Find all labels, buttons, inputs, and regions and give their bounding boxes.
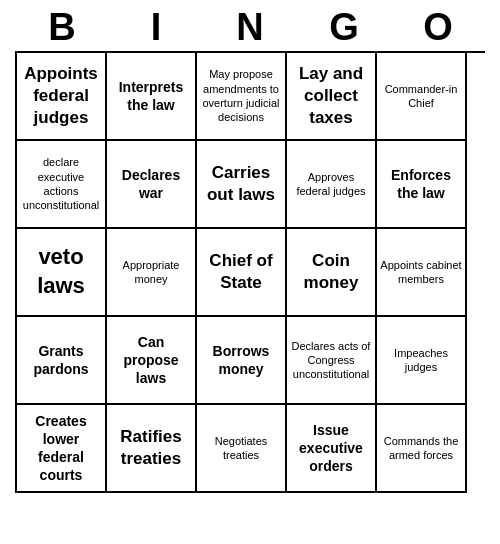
bingo-cell-3: Lay and collect taxes — [287, 53, 377, 141]
bingo-cell-9: Enforces the law — [377, 141, 467, 229]
bingo-cell-24: Commands the armed forces — [377, 405, 467, 493]
header-letter-G: G — [299, 6, 389, 49]
header-letter-N: N — [205, 6, 295, 49]
header-letter-I: I — [111, 6, 201, 49]
bingo-cell-21: Ratifies treaties — [107, 405, 197, 493]
bingo-cell-8: Approves federal judges — [287, 141, 377, 229]
bingo-cell-1: Interprets the law — [107, 53, 197, 141]
header-letter-O: O — [393, 6, 483, 49]
bingo-cell-23: Issue executive orders — [287, 405, 377, 493]
bingo-cell-22: Negotiates treaties — [197, 405, 287, 493]
bingo-cell-14: Appoints cabinet members — [377, 229, 467, 317]
bingo-cell-15: Grants pardons — [17, 317, 107, 405]
bingo-cell-17: Borrows money — [197, 317, 287, 405]
bingo-cell-20: Creates lower federal courts — [17, 405, 107, 493]
bingo-cell-0: Appoints federal judges — [17, 53, 107, 141]
bingo-cell-4: Commander-in Chief — [377, 53, 467, 141]
bingo-cell-19: Impeaches judges — [377, 317, 467, 405]
bingo-cell-6: Declares war — [107, 141, 197, 229]
bingo-cell-2: May propose amendments to overturn judic… — [197, 53, 287, 141]
bingo-cell-5: declare executive actions unconstitution… — [17, 141, 107, 229]
bingo-cell-10: veto laws — [17, 229, 107, 317]
bingo-cell-7: Carries out laws — [197, 141, 287, 229]
bingo-cell-18: Declares acts of Congress unconstitution… — [287, 317, 377, 405]
bingo-cell-12: Chief of State — [197, 229, 287, 317]
header-letter-B: B — [17, 6, 107, 49]
bingo-grid: Appoints federal judgesInterprets the la… — [15, 51, 485, 493]
bingo-cell-16: Can propose laws — [107, 317, 197, 405]
bingo-cell-11: Appropriate money — [107, 229, 197, 317]
bingo-cell-13: Coin money — [287, 229, 377, 317]
bingo-header: BINGO — [15, 0, 485, 51]
